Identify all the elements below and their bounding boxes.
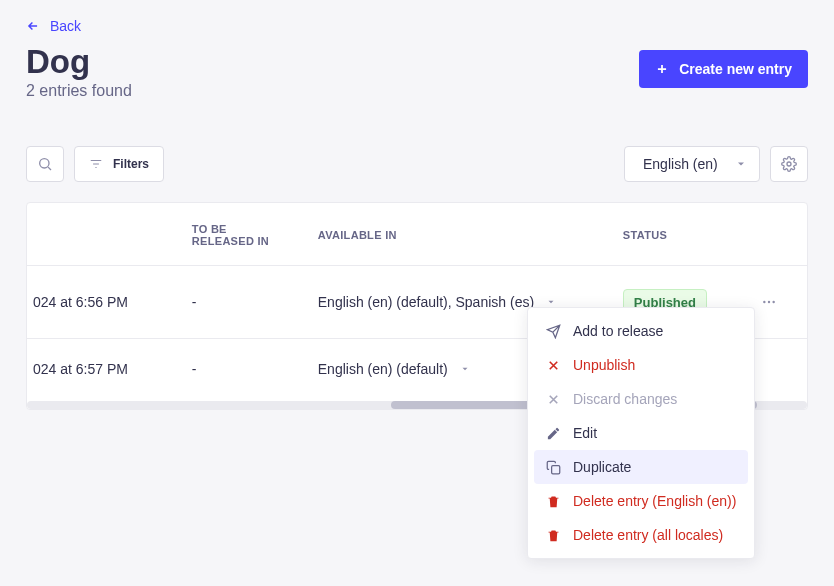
cell-to-be: - bbox=[168, 266, 294, 339]
chevron-down-icon[interactable] bbox=[546, 297, 556, 307]
svg-point-1 bbox=[787, 162, 791, 166]
svg-rect-5 bbox=[552, 465, 560, 473]
menu-item-label: Delete entry (English (en)) bbox=[573, 493, 736, 509]
menu-duplicate[interactable]: Duplicate bbox=[534, 450, 748, 484]
svg-point-4 bbox=[772, 301, 774, 303]
svg-point-0 bbox=[40, 159, 49, 168]
menu-discard-changes: Discard changes bbox=[534, 382, 748, 416]
back-link[interactable]: Back bbox=[26, 12, 81, 40]
settings-button[interactable] bbox=[770, 146, 808, 182]
arrow-left-icon bbox=[26, 19, 40, 33]
row-actions-button[interactable] bbox=[755, 288, 783, 316]
menu-edit[interactable]: Edit bbox=[534, 416, 748, 450]
back-label: Back bbox=[50, 18, 81, 34]
menu-item-label: Duplicate bbox=[573, 459, 631, 475]
menu-item-label: Add to release bbox=[573, 323, 663, 339]
cell-to-be: - bbox=[168, 339, 294, 400]
plus-icon bbox=[655, 62, 669, 76]
menu-add-to-release[interactable]: Add to release bbox=[534, 314, 748, 348]
chevron-down-icon bbox=[735, 158, 747, 170]
menu-delete-all[interactable]: Delete entry (all locales) bbox=[534, 518, 748, 552]
available-text: English (en) (default), Spanish (es) bbox=[318, 294, 534, 310]
menu-item-label: Edit bbox=[573, 425, 597, 441]
duplicate-icon bbox=[546, 460, 561, 475]
col-to-be-released[interactable]: TO BE RELEASED IN bbox=[168, 203, 294, 266]
menu-delete-locale[interactable]: Delete entry (English (en)) bbox=[534, 484, 748, 518]
menu-item-label: Unpublish bbox=[573, 357, 635, 373]
filters-label: Filters bbox=[113, 157, 149, 171]
create-entry-label: Create new entry bbox=[679, 61, 792, 77]
col-status[interactable]: STATUS bbox=[599, 203, 731, 266]
close-icon bbox=[546, 358, 561, 373]
paper-plane-icon bbox=[546, 324, 561, 339]
page-title: Dog bbox=[26, 44, 132, 80]
search-icon bbox=[37, 156, 53, 172]
col-available-in[interactable]: AVAILABLE IN bbox=[294, 203, 599, 266]
cell-released-at: 024 at 6:57 PM bbox=[27, 339, 168, 400]
trash-icon bbox=[546, 528, 561, 543]
create-entry-button[interactable]: Create new entry bbox=[639, 50, 808, 88]
menu-unpublish[interactable]: Unpublish bbox=[534, 348, 748, 382]
page-subtitle: 2 entries found bbox=[26, 82, 132, 100]
trash-icon bbox=[546, 494, 561, 509]
gear-icon bbox=[781, 156, 797, 172]
svg-point-2 bbox=[763, 301, 765, 303]
available-text: English (en) (default) bbox=[318, 361, 448, 377]
svg-point-3 bbox=[768, 301, 770, 303]
menu-item-label: Delete entry (all locales) bbox=[573, 527, 723, 543]
menu-item-label: Discard changes bbox=[573, 391, 677, 407]
chevron-down-icon[interactable] bbox=[460, 364, 470, 374]
cell-released-at: 024 at 6:56 PM bbox=[27, 266, 168, 339]
filter-icon bbox=[89, 157, 103, 171]
filters-button[interactable]: Filters bbox=[74, 146, 164, 182]
locale-select-value: English (en) bbox=[643, 156, 718, 172]
close-icon bbox=[546, 392, 561, 407]
more-horizontal-icon bbox=[761, 294, 777, 310]
pencil-icon bbox=[546, 426, 561, 441]
locale-select[interactable]: English (en) bbox=[624, 146, 760, 182]
row-actions-menu: Add to release Unpublish Discard changes… bbox=[527, 307, 755, 559]
search-button[interactable] bbox=[26, 146, 64, 182]
